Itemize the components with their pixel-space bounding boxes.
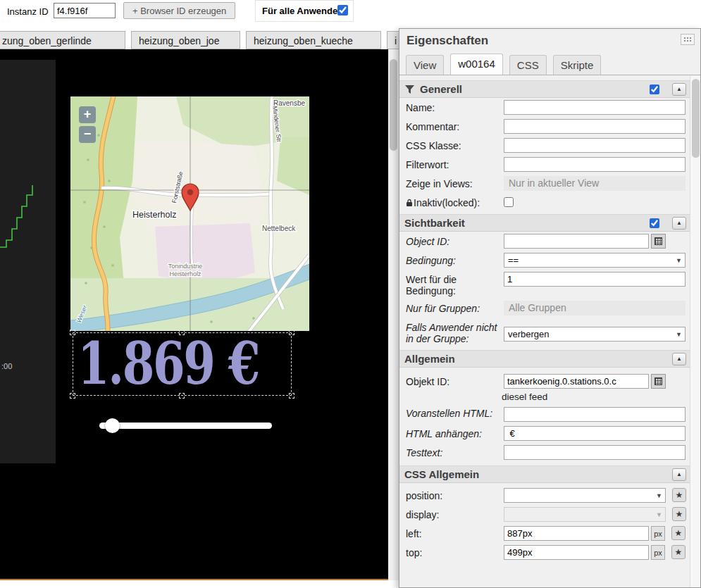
css-allgemein-collapse-button[interactable]: ▲	[672, 468, 686, 481]
sichtbarkeit-enabled-checkbox[interactable]	[650, 218, 659, 228]
allgemein-collapse-button[interactable]: ▲	[672, 353, 686, 365]
section-sichtbarkeit-title: Sichtbarkeit	[404, 217, 465, 229]
object-id-input[interactable]	[504, 234, 649, 249]
objekt-id-input[interactable]	[504, 374, 649, 389]
position-label: position:	[406, 488, 502, 501]
top-favorite-button[interactable]: ★	[671, 545, 686, 559]
chart-widget	[0, 60, 56, 463]
panel-titlebar[interactable]: Eigenschaften	[399, 29, 700, 51]
panel-dock-button[interactable]	[681, 34, 695, 45]
panel-body: Generell ▲ Name: Kommentar: CSS Klasse: …	[399, 76, 690, 587]
fuer-alle-anwender-checkbox[interactable]	[337, 5, 348, 15]
map-label-nettelbeck: Nettelbeck	[262, 225, 296, 232]
kommentar-input[interactable]	[504, 119, 686, 134]
position-favorite-button[interactable]: ★	[672, 488, 686, 502]
chart-time-label: :00	[1, 362, 12, 370]
value-widget-text: 1.869 €	[77, 330, 259, 396]
chevron-down-icon: ▼	[676, 331, 682, 338]
filter-funnel-icon	[404, 85, 415, 94]
top-px-button[interactable]: px	[651, 545, 665, 560]
section-sichtbarkeit-header[interactable]: Sichtbarkeit ▲	[399, 214, 690, 232]
css-klasse-input[interactable]	[504, 138, 686, 153]
section-generell-title: Generell	[420, 83, 462, 95]
map-zoom-out-button[interactable]: −	[79, 126, 96, 143]
display-favorite-button[interactable]: ★	[672, 507, 686, 521]
left-px-button[interactable]: px	[651, 526, 665, 541]
html-anhaengen-label: HTML anhängen:	[406, 426, 502, 439]
left-input[interactable]	[504, 526, 649, 541]
name-label: Name:	[406, 100, 502, 113]
page-scrollbar-thumb[interactable]	[390, 59, 397, 151]
wert-bedingung-input[interactable]	[504, 272, 686, 287]
view-tab-gerlinde[interactable]: zung_oben_gerlinde	[0, 31, 125, 49]
tab-css[interactable]: CSS	[509, 55, 547, 75]
voranstellen-html-input[interactable]	[504, 407, 686, 422]
filterwort-input[interactable]	[504, 157, 686, 172]
resize-handle-s[interactable]	[179, 393, 185, 399]
zeige-in-views-label: Zeige in Views:	[406, 176, 502, 189]
tab-skripte[interactable]: Skripte	[553, 55, 602, 75]
instanz-id-label: Instanz ID	[7, 6, 49, 17]
wert-bedingung-label: Wert für die Bedingung:	[406, 272, 502, 296]
value-widget-selected[interactable]: 1.869 €	[73, 332, 292, 396]
top-toolbar: Instanz ID + Browser ID erzeugen Für all…	[0, 0, 701, 28]
section-css-allgemein-title: CSS Allgemein	[404, 468, 479, 480]
chevron-down-icon: ▼	[676, 257, 682, 264]
bedingung-label: Bedingung:	[406, 253, 502, 266]
bedingung-select[interactable]: == ▼	[504, 253, 686, 268]
nur-fuer-gruppen-value[interactable]: Alle Gruppen	[504, 301, 686, 315]
inaktiv-locked-label: Inaktiv(locked):	[406, 195, 502, 208]
lock-icon	[406, 199, 413, 207]
top-input[interactable]	[504, 545, 649, 560]
slider-widget[interactable]	[99, 423, 272, 429]
tab-widget-w00164[interactable]: w00164	[450, 54, 503, 75]
sichtbarkeit-collapse-button[interactable]: ▲	[672, 217, 686, 230]
generell-collapse-button[interactable]: ▲	[672, 83, 686, 96]
vis-edit-canvas[interactable]: :00	[0, 49, 388, 580]
grid-icon	[655, 237, 662, 245]
testtext-input[interactable]	[504, 445, 686, 460]
resize-handle-se[interactable]	[289, 393, 294, 399]
fuer-alle-anwender-label: Für alle Anwender:	[262, 6, 345, 16]
display-select[interactable]: ▼	[504, 507, 666, 522]
display-label: display:	[406, 507, 502, 520]
browser-id-erzeugen-button[interactable]: + Browser ID erzeugen	[123, 2, 235, 19]
resize-handle-n[interactable]	[179, 330, 185, 335]
panel-title: Eigenschaften	[407, 34, 488, 47]
generell-enabled-checkbox[interactable]	[650, 85, 659, 94]
inaktiv-locked-checkbox[interactable]	[504, 197, 514, 207]
zeige-in-views-value[interactable]: Nur in aktueller View	[504, 176, 686, 191]
left-favorite-button[interactable]: ★	[671, 526, 686, 540]
map-zoom-in-button[interactable]: +	[79, 106, 96, 123]
page-vertical-scrollbar[interactable]	[388, 49, 399, 580]
chevron-down-icon: ▼	[656, 492, 662, 499]
name-input[interactable]	[504, 100, 686, 115]
falls-anwender-select[interactable]: verbergen ▼	[504, 327, 686, 342]
map-widget[interactable]: Ravensbe Mindener Str Forststraße Heiste…	[70, 96, 309, 331]
left-label: left:	[406, 526, 502, 539]
resize-handle-nw[interactable]	[70, 330, 75, 335]
tab-view[interactable]: View	[406, 55, 444, 75]
slider-handle[interactable]	[105, 418, 120, 433]
css-klasse-label: CSS Klasse:	[406, 138, 502, 151]
instanz-id-input[interactable]	[54, 3, 116, 18]
voranstellen-html-label: Voranstellen HTML:	[406, 406, 502, 419]
resize-handle-ne[interactable]	[289, 330, 294, 335]
html-anhaengen-input[interactable]	[504, 426, 686, 441]
resize-handle-sw[interactable]	[70, 393, 75, 399]
section-css-allgemein-header[interactable]: CSS Allgemein ▲	[399, 465, 690, 483]
object-id-select-button[interactable]	[651, 234, 666, 249]
view-tab-joe[interactable]: heizung_oben_joe	[131, 31, 240, 49]
testtext-label: Testtext:	[406, 445, 502, 458]
section-allgemein-header[interactable]: Allgemein ▲	[399, 350, 690, 368]
map-label-heisterholz: Heisterholz	[132, 210, 177, 220]
panel-scrollbar-thumb[interactable]	[692, 79, 700, 158]
section-generell-header[interactable]: Generell ▲	[399, 80, 690, 98]
position-select[interactable]: ▼	[504, 488, 666, 503]
nur-fuer-gruppen-label: Nur für Gruppen:	[406, 301, 502, 314]
panel-vertical-scrollbar[interactable]	[690, 76, 700, 587]
objekt-id-hint: diesel feed	[399, 391, 690, 404]
view-tab-kueche[interactable]: heizung_oben_kueche	[246, 31, 381, 49]
falls-anwender-label: Falls Anwender nicht in der Gruppe:	[406, 320, 502, 344]
objekt-id-select-button[interactable]	[651, 374, 666, 389]
